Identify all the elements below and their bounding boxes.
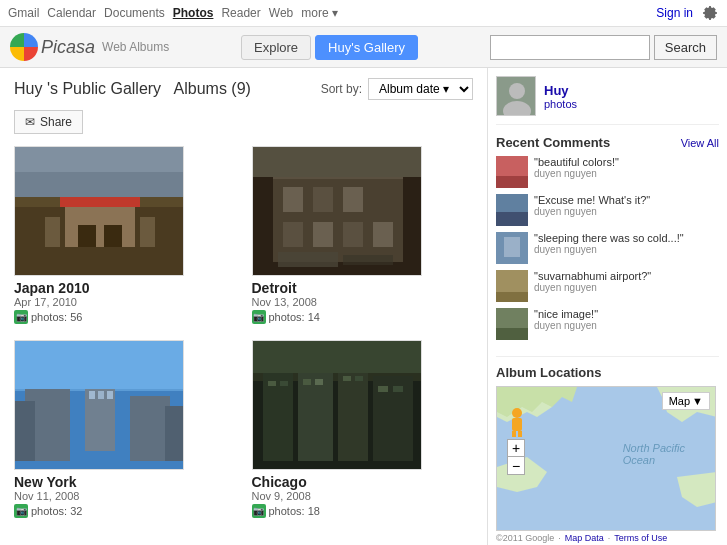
picasa-brand-text: Picasa — [41, 37, 95, 58]
svg-rect-5 — [45, 217, 60, 247]
svg-rect-56 — [378, 386, 388, 392]
tab-huy-gallery[interactable]: Huy's Gallery — [315, 35, 418, 60]
svg-rect-25 — [253, 147, 422, 177]
svg-rect-80 — [512, 431, 516, 437]
albums-count: Albums (9) — [174, 80, 251, 97]
svg-rect-63 — [496, 176, 528, 188]
zoom-in-button[interactable]: + — [507, 439, 525, 457]
svg-rect-65 — [496, 212, 528, 226]
sort-select[interactable]: Album date ▾ Title Size — [368, 78, 473, 100]
map-type-label: Map — [669, 395, 690, 407]
nav-photos[interactable]: Photos — [173, 6, 214, 20]
nav-right: Sign in — [656, 4, 719, 22]
comment-author-2: duyen nguyen — [534, 206, 650, 217]
svg-rect-38 — [130, 396, 170, 461]
comment-3: "sleeping there was so cold...!" duyen n… — [496, 232, 719, 264]
svg-rect-79 — [512, 418, 522, 431]
search-input[interactable] — [490, 35, 650, 60]
map-type-chevron: ▼ — [692, 395, 703, 407]
user-photos-link[interactable]: photos — [544, 98, 577, 110]
svg-rect-23 — [278, 252, 338, 267]
comment-text-area-4: "suvarnabhumi airport?" duyen nguyen — [534, 270, 651, 293]
comment-text-4: "suvarnabhumi airport?" — [534, 270, 651, 282]
nav-gmail[interactable]: Gmail — [8, 6, 39, 20]
map-footer: ©2011 Google · Map Data · Terms of Use — [496, 533, 719, 543]
nav-documents[interactable]: Documents — [104, 6, 165, 20]
svg-rect-40 — [165, 406, 184, 461]
zoom-out-button[interactable]: − — [507, 457, 525, 475]
svg-rect-81 — [518, 431, 522, 437]
pegman-icon[interactable] — [507, 407, 527, 437]
svg-point-78 — [512, 408, 522, 418]
album-date-ny: Nov 11, 2008 — [14, 490, 236, 502]
map-type-button[interactable]: Map ▼ — [662, 392, 710, 410]
comment-text-2: "Excuse me! What's it?" — [534, 194, 650, 206]
nav-web[interactable]: Web — [269, 6, 293, 20]
album-chicago[interactable]: Chicago Nov 9, 2008 📷 photos: 18 — [252, 340, 474, 518]
svg-rect-69 — [496, 292, 528, 302]
gallery-subtitle: Public Gallery — [62, 80, 161, 97]
comment-text-area-1: "beautiful colors!" duyen nguyen — [534, 156, 619, 179]
svg-rect-36 — [107, 391, 113, 399]
comment-thumb-1 — [496, 156, 528, 188]
comment-text-1: "beautiful colors!" — [534, 156, 619, 168]
svg-rect-17 — [343, 187, 363, 212]
comment-text-area-2: "Excuse me! What's it?" duyen nguyen — [534, 194, 650, 217]
nav-more[interactable]: more ▾ — [301, 6, 338, 20]
album-thumb-chicago — [252, 340, 422, 470]
search-area: Search — [490, 35, 717, 60]
comment-text-3: "sleeping there was so cold...!" — [534, 232, 684, 244]
map-data-link[interactable]: Map Data — [565, 533, 604, 543]
svg-rect-57 — [393, 386, 403, 392]
svg-rect-34 — [89, 391, 95, 399]
comment-text-area-3: "sleeping there was so cold...!" duyen n… — [534, 232, 684, 255]
svg-point-60 — [509, 83, 525, 99]
comment-thumb-4 — [496, 270, 528, 302]
svg-rect-39 — [15, 401, 35, 461]
photos-icon-ny: 📷 — [14, 504, 28, 518]
sign-in-link[interactable]: Sign in — [656, 6, 693, 20]
left-content: Huy 's Public Gallery Albums (9) Sort by… — [0, 68, 487, 545]
comment-4: "suvarnabhumi airport?" duyen nguyen — [496, 270, 719, 302]
album-japan2010[interactable]: Japan 2010 Apr 17, 2010 📷 photos: 56 — [14, 146, 236, 324]
picasa-logo[interactable]: Picasa Web Albums — [10, 33, 169, 61]
picasa-header: Picasa Web Albums Explore Huy's Gallery … — [0, 27, 727, 68]
terms-of-use-link[interactable]: Terms of Use — [614, 533, 667, 543]
map-zoom-controls: + − — [507, 439, 525, 475]
album-photos-japan: 📷 photos: 56 — [14, 310, 236, 324]
comment-1: "beautiful colors!" duyen nguyen — [496, 156, 719, 188]
share-button[interactable]: ✉ Share — [14, 110, 83, 134]
map-container[interactable]: + − North Pacific Ocean Map ▼ — [496, 386, 716, 531]
nav-calendar[interactable]: Calendar — [47, 6, 96, 20]
svg-rect-10 — [15, 147, 184, 172]
gallery-header: Huy 's Public Gallery Albums (9) Sort by… — [14, 78, 473, 100]
sort-by-area: Sort by: Album date ▾ Title Size — [321, 78, 473, 100]
right-sidebar: Huy photos Recent Comments View All "bea… — [487, 68, 727, 545]
logo-circle-icon — [10, 33, 38, 61]
album-photos-count-chicago: photos: 18 — [269, 505, 320, 517]
nav-reader[interactable]: Reader — [221, 6, 260, 20]
user-name[interactable]: Huy — [544, 83, 577, 98]
album-date-chicago: Nov 9, 2008 — [252, 490, 474, 502]
album-photos-count-japan: photos: 56 — [31, 311, 82, 323]
svg-rect-15 — [283, 187, 303, 212]
comment-text-5: "nice image!" — [534, 308, 598, 320]
album-photos-count-ny: photos: 32 — [31, 505, 82, 517]
photos-icon-detroit: 📷 — [252, 310, 266, 324]
svg-rect-8 — [104, 225, 122, 247]
svg-rect-16 — [313, 187, 333, 212]
svg-rect-13 — [273, 172, 403, 262]
settings-icon[interactable] — [701, 4, 719, 22]
album-detroit[interactable]: Detroit Nov 13, 2008 📷 photos: 14 — [252, 146, 474, 324]
sort-by-label: Sort by: — [321, 82, 362, 96]
album-name-japan: Japan 2010 — [14, 280, 236, 296]
comment-2: "Excuse me! What's it?" duyen nguyen — [496, 194, 719, 226]
map-copyright: ©2011 Google — [496, 533, 554, 543]
search-button[interactable]: Search — [654, 35, 717, 60]
album-newyork[interactable]: New York Nov 11, 2008 📷 photos: 32 — [14, 340, 236, 518]
comment-5: "nice image!" duyen nguyen — [496, 308, 719, 340]
view-all-link[interactable]: View All — [681, 137, 719, 149]
svg-rect-41 — [15, 341, 184, 389]
user-avatar — [496, 76, 536, 116]
tab-explore[interactable]: Explore — [241, 35, 311, 60]
